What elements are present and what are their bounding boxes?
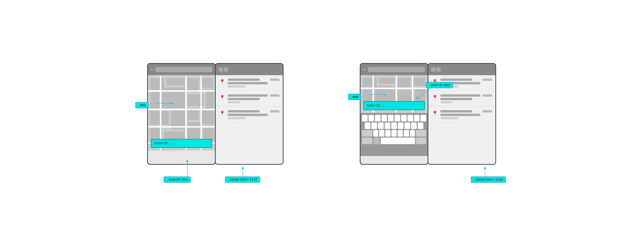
list-bar-1-3 <box>228 86 246 88</box>
pin-icon-2: 📍 <box>219 95 226 101</box>
key-t[interactable] <box>388 115 394 122</box>
key-h[interactable] <box>398 122 404 129</box>
search-box-1[interactable]: search... <box>151 139 212 148</box>
header-bar-1 <box>156 67 212 72</box>
key-l[interactable] <box>418 122 423 129</box>
annotation-searchbox-1: .search-box <box>164 176 191 183</box>
list-item-5: 📍 <box>428 91 496 107</box>
key-u[interactable] <box>401 115 407 122</box>
list-tag-4 <box>483 78 492 81</box>
key-delete[interactable] <box>416 130 426 136</box>
key-d[interactable] <box>378 122 384 129</box>
search-input-2[interactable]: search... <box>363 101 425 110</box>
key-o[interactable] <box>414 115 420 122</box>
key-b[interactable] <box>398 130 403 136</box>
back-arrow-2: ← <box>363 67 366 72</box>
key-numbers[interactable] <box>362 138 372 144</box>
phone-frame-right-2: 📍 📍 <box>428 63 496 165</box>
map-area-2: search... <box>360 75 428 113</box>
search-input-1[interactable]: search... <box>151 139 212 148</box>
key-space[interactable] <box>381 138 415 144</box>
phone-frame-right-1: 📍 📍 <box>215 63 284 165</box>
annotation-locationslist-2: .locations-list <box>471 176 506 183</box>
list-tag-1 <box>270 78 280 81</box>
svg-rect-29 <box>379 78 395 84</box>
phone-header-right-2 <box>428 64 496 75</box>
key-shift[interactable] <box>362 130 372 136</box>
list-bar-6-2 <box>440 114 480 116</box>
header-icon-4 <box>436 67 440 72</box>
svg-rect-5 <box>150 92 160 108</box>
key-w[interactable] <box>368 115 374 122</box>
header-icons-1 <box>218 67 228 72</box>
list-bar-2-3 <box>228 102 240 103</box>
key-a[interactable] <box>365 122 370 129</box>
key-i[interactable] <box>408 115 413 122</box>
list-tag-3 <box>270 110 280 112</box>
key-q[interactable] <box>362 115 368 122</box>
phone-header-right-1 <box>216 64 283 75</box>
key-p[interactable] <box>420 115 426 122</box>
phone-header-left-1: ← <box>148 64 215 75</box>
key-g[interactable] <box>391 122 397 129</box>
list-bar-5-1 <box>440 94 480 97</box>
frames-row-1: ← <box>147 63 284 165</box>
annotation-searchbox-2: .search-box <box>426 82 453 88</box>
key-r[interactable] <box>382 115 387 122</box>
key-e[interactable] <box>375 115 380 122</box>
svg-rect-28 <box>363 78 377 87</box>
list-bar-1-2 <box>228 82 268 84</box>
list-bar-6-3 <box>440 117 458 119</box>
list-bar-2-1 <box>228 94 268 97</box>
key-n[interactable] <box>404 130 409 136</box>
frames-row-2: ← <box>360 63 496 165</box>
svg-rect-2 <box>166 78 185 85</box>
key-x[interactable] <box>379 130 384 136</box>
keyboard-row-1 <box>362 115 426 122</box>
locations-list-2: 📍 📍 <box>428 75 496 165</box>
list-bar-4-1 <box>440 78 472 81</box>
map-area-1: search... <box>148 75 215 151</box>
svg-rect-3 <box>187 78 199 92</box>
main-container: ← <box>0 0 644 242</box>
back-arrow-1: ← <box>151 67 154 72</box>
list-bar-3-3 <box>228 117 246 119</box>
key-f[interactable] <box>384 122 390 129</box>
key-globe[interactable] <box>373 138 380 144</box>
phone-frame-left-1: ← <box>147 63 216 165</box>
keyboard-row-3 <box>362 130 426 136</box>
locations-list-1: 📍 📍 <box>216 75 283 165</box>
header-icon-2 <box>224 67 228 72</box>
keyboard-row-2 <box>362 122 426 129</box>
annotation-map-1: .map <box>135 102 148 108</box>
list-bar-1-1 <box>228 78 260 81</box>
key-k[interactable] <box>411 122 417 129</box>
key-j[interactable] <box>404 122 410 129</box>
diagram-group-1: ← <box>133 44 298 198</box>
key-c[interactable] <box>385 130 390 136</box>
key-m[interactable] <box>410 130 415 136</box>
key-s[interactable] <box>371 122 377 129</box>
key-y[interactable] <box>394 115 400 122</box>
list-bar-5-2 <box>440 98 472 100</box>
list-bar-6-1 <box>440 110 472 112</box>
pin-icon-3: 📍 <box>219 110 226 117</box>
search-box-2[interactable]: search... <box>363 101 425 110</box>
list-tag-2 <box>270 94 280 97</box>
key-return[interactable] <box>416 138 426 144</box>
header-icon-1 <box>218 67 223 72</box>
keyboard-row-4 <box>362 138 426 144</box>
header-icons-2 <box>431 67 440 72</box>
list-bar-3-1 <box>228 110 260 112</box>
svg-rect-16 <box>204 127 214 141</box>
svg-rect-31 <box>412 78 425 86</box>
svg-rect-8 <box>206 90 214 108</box>
annotation-map-2: .map <box>348 94 361 100</box>
annotation-locationslist-1: .locations-list <box>225 176 260 183</box>
list-item-2: 📍 <box>216 91 283 107</box>
key-v[interactable] <box>392 130 397 136</box>
key-z[interactable] <box>373 130 378 136</box>
phone-frame-left-2: ← <box>360 63 428 165</box>
keyboard-area-2 <box>360 113 428 156</box>
phone-header-left-2: ← <box>360 64 428 75</box>
